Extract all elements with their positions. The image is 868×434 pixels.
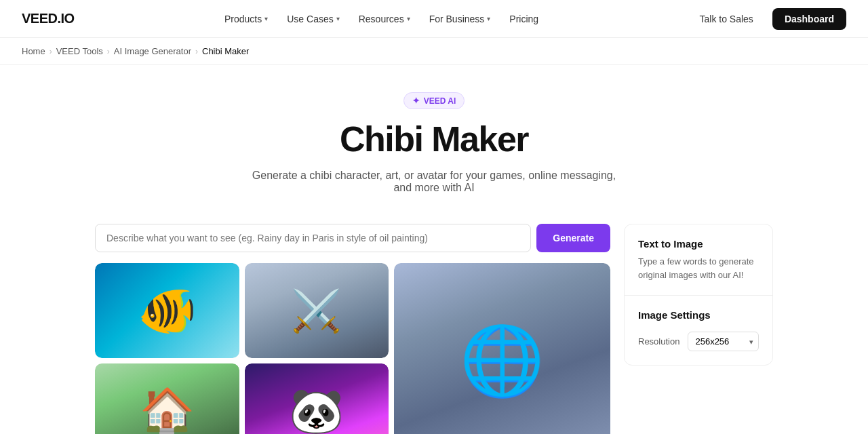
nav-for-business[interactable]: For Business ▾ [421, 9, 499, 28]
fish-image [95, 263, 239, 358]
dashboard-button[interactable]: Dashboard [772, 8, 846, 30]
talk-to-sales-button[interactable]: Talk to Sales [689, 8, 764, 30]
text-to-image-description: Type a few words to generate original im… [638, 255, 759, 281]
hero-section: ✦ VEED AI Chibi Maker Generate a chibi c… [0, 65, 868, 208]
logo[interactable]: VEED.IO [22, 11, 75, 26]
generate-button[interactable]: Generate [536, 224, 610, 252]
chevron-down-icon: ▾ [336, 15, 340, 22]
hero-subtitle: Generate a chibi character, art, or avat… [251, 170, 617, 194]
breadcrumb-home[interactable]: Home [22, 46, 45, 56]
floating-house-image [95, 363, 239, 434]
page-title: Chibi Maker [22, 120, 846, 159]
breadcrumb-ai-image-generator[interactable]: AI Image Generator [114, 46, 191, 56]
nav-links: Products ▾ Use Cases ▾ Resources ▾ For B… [216, 9, 547, 28]
resolution-label: Resolution [638, 336, 679, 347]
breadcrumb-separator: › [50, 47, 52, 56]
grid-image-warrior [245, 263, 389, 358]
chevron-down-icon: ▾ [264, 15, 268, 22]
chevron-down-icon: ▾ [487, 15, 490, 22]
nav-use-cases[interactable]: Use Cases ▾ [279, 9, 347, 28]
navbar: VEED.IO Products ▾ Use Cases ▾ Resources… [0, 0, 868, 38]
prompt-input[interactable] [95, 224, 531, 252]
breadcrumb-current: Chibi Maker [202, 46, 249, 56]
settings-panel: Text to Image Type a few words to genera… [624, 224, 773, 434]
generator-panel: Generate [95, 224, 610, 434]
grid-image-panda [245, 363, 389, 434]
resolution-row: Resolution 256x256 512x512 1024x1024 [638, 332, 759, 351]
globe-building-image [394, 263, 610, 434]
image-grid [95, 263, 610, 434]
breadcrumb-separator: › [195, 47, 198, 56]
text-to-image-title: Text to Image [638, 238, 759, 250]
resolution-select-wrapper: 256x256 512x512 1024x1024 [688, 332, 759, 351]
nav-products[interactable]: Products ▾ [216, 9, 276, 28]
grid-image-house [95, 363, 239, 434]
warrior-image [245, 263, 389, 358]
neon-panda-image [245, 363, 389, 434]
nav-right: Talk to Sales Dashboard [689, 8, 847, 30]
main-content: Generate Text to Image Ty [0, 208, 868, 434]
ai-badge: ✦ VEED AI [403, 92, 465, 109]
chevron-down-icon: ▾ [407, 15, 410, 22]
grid-image-globe [394, 263, 610, 434]
breadcrumb: Home › VEED Tools › AI Image Generator ›… [0, 38, 868, 65]
image-settings-section: Image Settings Resolution 256x256 512x51… [625, 296, 772, 365]
settings-card: Text to Image Type a few words to genera… [624, 224, 773, 366]
input-row: Generate [95, 224, 610, 252]
image-settings-title: Image Settings [638, 309, 759, 321]
text-to-image-section: Text to Image Type a few words to genera… [625, 224, 772, 296]
star-icon: ✦ [412, 96, 420, 106]
nav-pricing[interactable]: Pricing [501, 9, 547, 28]
nav-resources[interactable]: Resources ▾ [351, 9, 418, 28]
grid-image-fish [95, 263, 239, 358]
resolution-select[interactable]: 256x256 512x512 1024x1024 [688, 332, 759, 351]
breadcrumb-veed-tools[interactable]: VEED Tools [56, 46, 103, 56]
breadcrumb-separator: › [107, 47, 110, 56]
